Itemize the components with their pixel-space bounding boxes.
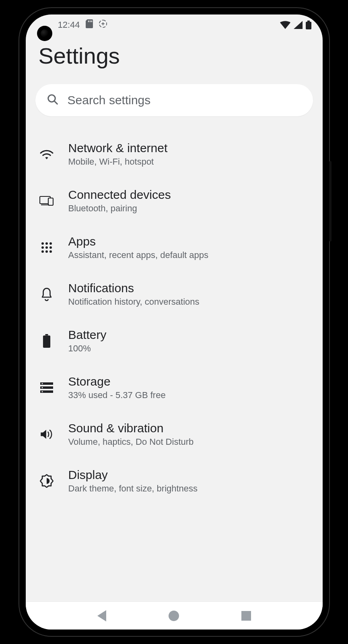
svg-point-25	[41, 387, 43, 388]
svg-rect-1	[90, 21, 91, 22]
search-input[interactable]	[68, 93, 302, 107]
phone-device-frame: 12:44 Settings	[19, 8, 329, 636]
setting-title: Connected devices	[68, 188, 310, 202]
search-bar[interactable]	[35, 84, 313, 116]
setting-item-devices[interactable]: Connected devices Bluetooth, pairing	[35, 178, 313, 224]
side-button	[329, 161, 332, 242]
setting-text: Sound & vibration Volume, haptics, Do No…	[68, 421, 310, 447]
setting-subtitle: Dark theme, font size, brightness	[68, 483, 310, 494]
setting-subtitle: Bluetooth, pairing	[68, 203, 310, 214]
status-bar: 12:44	[26, 14, 323, 35]
setting-title: Notifications	[68, 281, 310, 295]
svg-rect-8	[48, 198, 53, 205]
data-saver-icon	[99, 19, 107, 31]
wifi-icon	[39, 149, 55, 159]
setting-subtitle: Notification history, conversations	[68, 297, 310, 307]
wifi-status-icon	[280, 21, 290, 29]
setting-item-battery[interactable]: Battery 100%	[35, 318, 313, 364]
screen: 12:44 Settings	[26, 14, 323, 630]
setting-text: Storage 33% used - 5.37 GB free	[68, 375, 310, 400]
svg-point-18	[49, 250, 52, 253]
svg-point-16	[41, 250, 44, 253]
setting-text: Apps Assistant, recent apps, default app…	[68, 235, 310, 260]
svg-rect-9	[41, 204, 49, 205]
setting-item-storage[interactable]: Storage 33% used - 5.37 GB free	[35, 364, 313, 411]
setting-item-notifications[interactable]: Notifications Notification history, conv…	[35, 271, 313, 318]
settings-list: Network & internet Mobile, Wi-Fi, hotspo…	[35, 131, 313, 504]
page-title: Settings	[35, 35, 313, 84]
svg-point-13	[41, 246, 44, 249]
setting-item-sound[interactable]: Sound & vibration Volume, haptics, Do No…	[35, 411, 313, 458]
setting-item-display[interactable]: Display Dark theme, font size, brightnes…	[35, 458, 313, 504]
svg-rect-4	[306, 22, 311, 29]
nav-back-button[interactable]	[90, 604, 114, 628]
svg-point-26	[41, 391, 43, 392]
svg-point-12	[49, 242, 52, 245]
setting-text: Connected devices Bluetooth, pairing	[68, 188, 310, 214]
setting-item-network[interactable]: Network & internet Mobile, Wi-Fi, hotspo…	[35, 131, 313, 178]
status-time: 12:44	[58, 20, 80, 30]
svg-point-10	[41, 242, 44, 245]
svg-rect-2	[91, 21, 92, 22]
svg-point-17	[45, 250, 48, 253]
sd-card-icon	[86, 19, 93, 31]
setting-subtitle: Assistant, recent apps, default apps	[68, 250, 310, 260]
status-bar-left: 12:44	[58, 19, 107, 31]
svg-rect-3	[307, 21, 310, 22]
setting-title: Battery	[68, 328, 310, 342]
svg-point-14	[45, 246, 48, 249]
setting-subtitle: 100%	[68, 343, 310, 354]
apps-grid-icon	[39, 242, 55, 254]
battery-icon	[39, 334, 55, 348]
volume-icon	[39, 428, 55, 440]
status-bar-right	[280, 21, 311, 29]
setting-title: Storage	[68, 375, 310, 388]
search-icon	[47, 93, 59, 107]
setting-title: Sound & vibration	[68, 421, 310, 435]
setting-item-apps[interactable]: Apps Assistant, recent apps, default app…	[35, 224, 313, 271]
svg-rect-19	[45, 334, 48, 335]
svg-rect-0	[88, 21, 89, 22]
svg-point-11	[45, 242, 48, 245]
setting-title: Display	[68, 468, 310, 482]
setting-subtitle: 33% used - 5.37 GB free	[68, 390, 310, 400]
svg-line-6	[54, 101, 57, 104]
setting-subtitle: Mobile, Wi-Fi, hotspot	[68, 157, 310, 167]
setting-text: Display Dark theme, font size, brightnes…	[68, 468, 310, 494]
punch-hole-camera	[37, 26, 52, 41]
brightness-icon	[39, 474, 55, 488]
battery-status-icon	[306, 21, 311, 29]
content-area: Settings Network & internet Mobile, Wi-F…	[26, 35, 323, 601]
cellular-status-icon	[294, 21, 303, 29]
devices-icon	[39, 196, 55, 206]
svg-point-24	[41, 383, 43, 384]
svg-rect-20	[43, 335, 50, 348]
storage-icon	[39, 382, 55, 393]
setting-text: Battery 100%	[68, 328, 310, 354]
navigation-bar	[26, 601, 323, 630]
nav-home-button[interactable]	[162, 604, 186, 628]
setting-subtitle: Volume, haptics, Do Not Disturb	[68, 437, 310, 447]
nav-recent-button[interactable]	[234, 604, 258, 628]
setting-title: Network & internet	[68, 141, 310, 155]
svg-point-15	[49, 246, 52, 249]
setting-title: Apps	[68, 235, 310, 248]
setting-text: Network & internet Mobile, Wi-Fi, hotspo…	[68, 141, 310, 167]
bell-icon	[39, 287, 55, 301]
setting-text: Notifications Notification history, conv…	[68, 281, 310, 307]
